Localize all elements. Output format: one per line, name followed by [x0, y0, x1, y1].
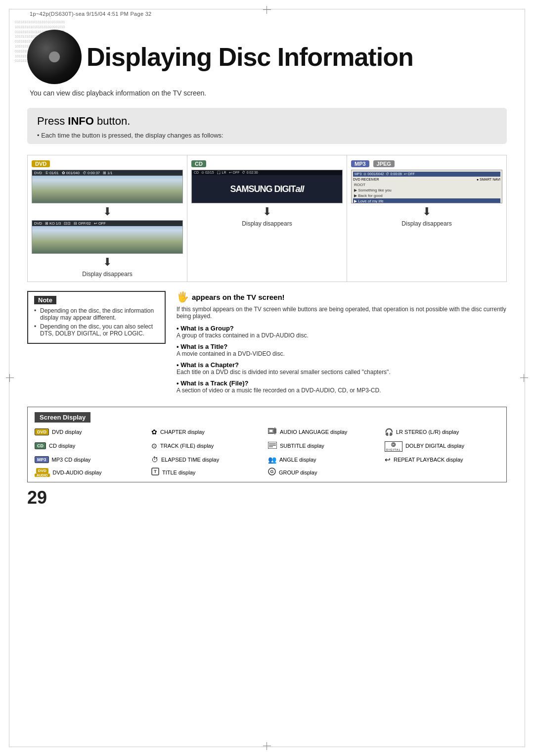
- hand-body: If this symbol appears on the TV screen …: [177, 306, 507, 320]
- sd-label-dvd: DVD display: [52, 429, 82, 435]
- mp3-badge: MP3: [351, 160, 369, 167]
- sd-badge-mp3: MP3: [35, 456, 49, 463]
- qa-item-0: • What is a Group? A group of tracks con…: [177, 325, 507, 339]
- sd-item-mp3: MP3 MP3 CD display: [35, 456, 149, 464]
- cd-display-disappears: Display disappears: [191, 220, 343, 227]
- note-title: Note: [34, 296, 56, 304]
- sd-label-track: TRACK (FILE) display: [160, 443, 214, 449]
- mp3-screen: MP3⊙ 0001/0042⏱ 0:00:09↩ OFF DVD RECEIVE…: [351, 170, 502, 203]
- mp3-status-bar: MP3⊙ 0001/0042⏱ 0:00:09↩ OFF: [353, 172, 500, 177]
- sd-item-track: ⊙ TRACK (FILE) display: [151, 440, 266, 452]
- qa-q-0: • What is a Group?: [177, 325, 507, 332]
- sd-label-mp3: MP3 CD display: [52, 457, 91, 463]
- sd-item-empty: [385, 468, 499, 477]
- dvd-status-bottom: DVD⊞ KO 1/3⊡⊡⊟ OFF/02↩ OFF: [32, 221, 182, 226]
- arrow-down-1: ⬇: [32, 205, 183, 218]
- sd-item-subtitle: SUBTITLE display: [268, 440, 383, 452]
- cd-screen: CD⊙ 02/15🎧 LR↩ OFF⏱ 0:02:30 SAMSUNG DIGI…: [191, 170, 343, 203]
- mp3-display-disappears: Display disappears: [351, 220, 502, 227]
- disc-icon: [27, 30, 82, 84]
- dolby-icon: ⒹDIGITAL: [385, 440, 402, 452]
- dvd-status-top: DVD① 01/01✿ 001/040⏱ 0:00:37⊞ 1/1: [32, 170, 182, 176]
- cd-column: CD CD⊙ 02/15🎧 LR↩ OFF⏱ 0:02:30 SAMSUNG D…: [187, 155, 347, 282]
- subtitle-icon: [268, 442, 277, 450]
- crosshair-bottom: [263, 742, 271, 750]
- svg-text:T: T: [154, 469, 157, 474]
- note-item-0: Depending on the disc, the disc informat…: [34, 307, 159, 321]
- arrow-down-cd: ⬇: [191, 205, 343, 218]
- sd-item-dvdaudio: DVD AUDIO DVD-AUDIO display: [35, 468, 149, 477]
- sd-label-subtitle: SUBTITLE display: [280, 443, 324, 449]
- sd-label-chapter: CHAPTER display: [160, 429, 205, 435]
- page-title: Displaying Disc Information: [87, 42, 413, 72]
- sd-label-stereo: LR STEREO (L/R) display: [396, 429, 459, 435]
- chapter-icon: ✿: [151, 428, 157, 436]
- info-title: Press INFO button.: [37, 115, 497, 128]
- dvd-badge: DVD: [32, 160, 50, 167]
- sd-item-elapsed: ⏱ ELAPSED TIME display: [151, 456, 266, 464]
- screen-display-section: Screen Display DVD DVD display ✿ CHAPTER…: [27, 407, 507, 482]
- qa-list: • What is a Group? A group of tracks con…: [177, 325, 507, 394]
- page-number: 29: [27, 487, 507, 508]
- sd-label-audio: AUDIO LANGUAGE display: [280, 429, 347, 435]
- sd-grid: DVD DVD display ✿ CHAPTER display AUDIO …: [35, 427, 499, 477]
- mp3-item-1: ▶ Something like you: [353, 188, 500, 193]
- elapsed-icon: ⏱: [151, 456, 158, 464]
- sd-label-dvdaudio: DVD-AUDIO display: [53, 470, 102, 475]
- sd-item-dolby: ⒹDIGITAL DOLBY DIGITAL display: [385, 440, 499, 452]
- sd-label-dolby: DOLBY DIGITAL display: [405, 443, 464, 449]
- sd-label-cd: CD display: [49, 443, 75, 449]
- sd-badge-dvd: DVD: [35, 428, 49, 435]
- sd-item-stereo: 🎧 LR STEREO (L/R) display: [385, 427, 499, 436]
- lower-section: Note Depending on the disc, the disc inf…: [27, 291, 507, 398]
- sd-item-title: T TITLE display: [151, 468, 266, 477]
- mp3-item-0: ROOT: [353, 182, 500, 188]
- arrow-down-mp3: ⬇: [351, 205, 502, 218]
- qa-q-3: • What is a Track (File)?: [177, 379, 507, 387]
- dvd-screen-bottom: DVD⊞ KO 1/3⊡⊡⊟ OFF/02↩ OFF: [32, 220, 183, 254]
- info-section: Press INFO button. • Each time the butto…: [27, 108, 507, 144]
- qa-a-3: A section of video or a music file recor…: [177, 387, 507, 394]
- left-col: Note Depending on the disc, the disc inf…: [27, 291, 166, 398]
- qa-a-2: Each title on a DVD disc is divided into…: [177, 369, 507, 376]
- sd-item-repeat: ↩ REPEAT PLAYBACK display: [385, 456, 499, 464]
- sd-label-angle: ANGLE display: [279, 457, 316, 463]
- title-icon: T: [151, 468, 159, 477]
- hand-icon: 🖐: [177, 291, 189, 303]
- group-icon: G: [268, 468, 276, 477]
- cd-status-bar: CD⊙ 02/15🎧 LR↩ OFF⏱ 0:02:30: [192, 170, 342, 175]
- note-item-1: Depending on the disc, you can also sele…: [34, 323, 159, 337]
- sd-item-audio: AUDIO LANGUAGE display: [268, 427, 383, 436]
- sd-item-cd: CD CD display: [35, 440, 149, 452]
- qa-q-2: • What is a Chapter?: [177, 361, 507, 369]
- screen-display-title: Screen Display: [35, 412, 90, 423]
- dvd-display-disappears: Display disappears: [32, 271, 183, 278]
- sd-item-chapter: ✿ CHAPTER display: [151, 427, 266, 436]
- sd-badge-cd: CD: [35, 442, 46, 449]
- subtitle: You can view disc playback information o…: [30, 89, 507, 97]
- sd-label-group: GROUP display: [279, 470, 317, 475]
- arrow-down-2: ⬇: [32, 256, 183, 269]
- qa-q-1: • What is a Title?: [177, 343, 507, 350]
- qa-item-3: • What is a Track (File)? A section of v…: [177, 379, 507, 394]
- mp3-item-2: ▶ Back for good: [353, 193, 500, 198]
- dvd-column: DVD DVD① 01/01✿ 001/040⏱ 0:00:37⊞ 1/1 ⬇ …: [28, 155, 187, 282]
- dvd-screen-top: DVD① 01/01✿ 001/040⏱ 0:00:37⊞ 1/1: [32, 170, 183, 203]
- sd-label-title: TITLE display: [162, 470, 195, 475]
- jpeg-badge: JPEG: [373, 160, 395, 167]
- angle-icon: 👥: [268, 456, 276, 464]
- sd-item-angle: 👥 ANGLE display: [268, 456, 383, 464]
- right-col: 🖐 appears on the TV screen! If this symb…: [177, 291, 507, 398]
- sd-item-dvd: DVD DVD display: [35, 427, 149, 436]
- headphone-icon: 🎧: [385, 428, 393, 436]
- display-row: DVD DVD① 01/01✿ 001/040⏱ 0:00:37⊞ 1/1 ⬇ …: [27, 155, 507, 282]
- mp3-column: MP3 JPEG MP3⊙ 0001/0042⏱ 0:00:09↩ OFF DV…: [347, 155, 506, 282]
- sd-label-elapsed: ELAPSED TIME display: [161, 457, 219, 463]
- sd-item-group: G GROUP display: [268, 468, 383, 477]
- repeat-icon: ↩: [385, 456, 391, 464]
- qa-item-2: • What is a Chapter? Each title on a DVD…: [177, 361, 507, 376]
- cd-badge: CD: [191, 160, 206, 167]
- sd-badge-dvdaudio: DVD AUDIO: [35, 468, 50, 477]
- track-icon: ⊙: [151, 442, 157, 450]
- qa-a-1: A movie contained in a DVD-VIDEO disc.: [177, 350, 507, 357]
